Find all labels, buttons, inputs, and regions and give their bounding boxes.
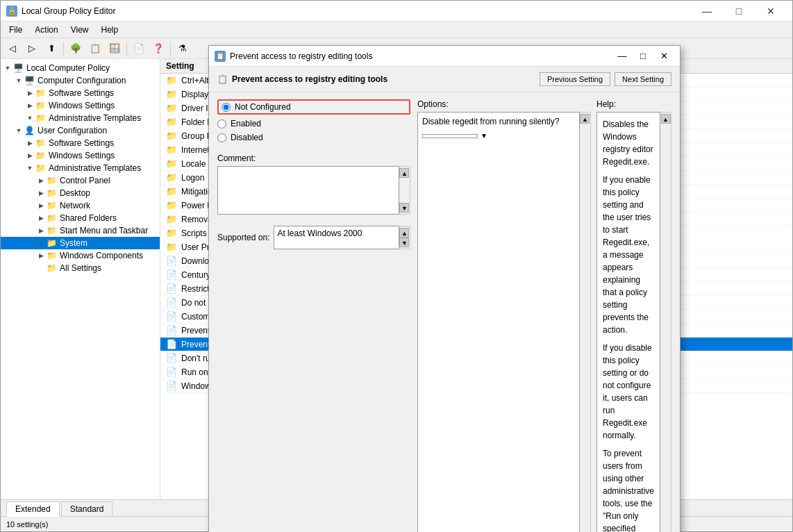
tree-item-windows-components[interactable]: ▶ 📁 Windows Components	[1, 249, 160, 262]
properties-button[interactable]: 📋	[86, 40, 104, 57]
options-scroll-up: ▲	[580, 114, 590, 124]
tree-item-system[interactable]: ▼ 📁 System	[1, 237, 160, 249]
list-icon: 📁	[166, 103, 177, 113]
maximize-button[interactable]: □	[723, 1, 755, 22]
tree-label-network: Network	[60, 201, 90, 210]
minimize-button[interactable]: —	[691, 1, 723, 22]
supported-scroll-down: ▼	[399, 238, 409, 247]
tree-item-start-menu[interactable]: ▶ 📁 Start Menu and Taskbar	[1, 224, 160, 237]
dropdown-box[interactable]	[422, 134, 478, 138]
supported-label: Supported on:	[217, 233, 269, 242]
tree-item-software-settings-2[interactable]: ▶ 📁 Software Settings	[1, 137, 160, 149]
radio-group: Not Configured Enabled Disabled	[217, 99, 410, 142]
dropdown-arrow-icon[interactable]: ▼	[481, 132, 487, 140]
help-toolbar-button[interactable]: ❓	[149, 40, 167, 57]
dialog-controls: — □ ✕	[612, 47, 674, 66]
tree-item-computer-config[interactable]: ▼ 🖥️ Computer Configuration	[1, 74, 160, 87]
new-window-button[interactable]: 🪟	[106, 40, 124, 57]
menu-view[interactable]: View	[65, 24, 94, 36]
options-dropdown: ▼	[422, 132, 575, 140]
tab-standard[interactable]: Standard	[61, 501, 113, 516]
radio-not-configured-input[interactable]	[222, 103, 231, 112]
up-button[interactable]: ⬆	[42, 40, 60, 57]
help-text-1: Disables the Windows registry editor Reg…	[603, 118, 654, 168]
comment-section: Comment: ▲ ▼	[217, 153, 410, 215]
dialog-left-panel: Not Configured Enabled Disabled Com	[217, 99, 410, 532]
export-button[interactable]: 📄	[130, 40, 148, 57]
status-text: 10 setting(s)	[6, 520, 49, 529]
list-icon: 📁	[166, 214, 177, 224]
help-scroll-up: ▲	[661, 114, 671, 124]
menu-action[interactable]: Action	[29, 24, 63, 36]
toolbar-sep-3	[170, 42, 171, 56]
radio-disabled[interactable]: Disabled	[217, 133, 410, 142]
list-icon: 📄	[166, 367, 177, 377]
list-icon: 📁	[166, 200, 177, 210]
tree-label-system: System	[60, 238, 87, 248]
dialog-nav-buttons: Previous Setting Next Setting	[540, 72, 671, 86]
close-button[interactable]: ✕	[755, 1, 787, 22]
filter-button[interactable]: ⚗	[174, 40, 192, 57]
tree-root[interactable]: ▼ 🖥️ Local Computer Policy	[1, 62, 160, 74]
tree-panel: ▼ 🖥️ Local Computer Policy ▼ 🖥️ Computer…	[1, 59, 160, 499]
tab-extended[interactable]: Extended	[6, 501, 60, 517]
dialog-setting-icon: 📋	[217, 74, 228, 84]
help-text-3: If you disable this policy setting or do…	[603, 342, 654, 442]
tree-item-network[interactable]: ▶ 📁 Network	[1, 199, 160, 212]
radio-enabled-label: Enabled	[231, 119, 261, 128]
menu-help[interactable]: Help	[96, 24, 124, 36]
options-section: Options: Disable regedit from running si…	[417, 99, 591, 532]
tree-label-computer-config: Computer Configuration	[37, 76, 126, 85]
tree-item-windows-settings-2[interactable]: ▶ 📁 Windows Settings	[1, 149, 160, 162]
list-icon: 📁	[166, 228, 177, 238]
radio-not-configured[interactable]: Not Configured	[217, 99, 410, 115]
menu-file[interactable]: File	[3, 24, 28, 36]
radio-enabled[interactable]: Enabled	[217, 119, 410, 128]
tree-item-windows-settings-1[interactable]: ▶ 📁 Windows Settings	[1, 99, 160, 112]
tree-item-software-settings-1[interactable]: ▶ 📁 Software Settings	[1, 87, 160, 99]
previous-setting-button[interactable]: Previous Setting	[540, 72, 610, 86]
list-icon: 📄	[166, 325, 177, 335]
list-icon: 📄	[166, 353, 177, 363]
tree-label-software-settings-2: Software Settings	[49, 138, 114, 148]
app-icon: 🔒	[6, 6, 17, 17]
list-icon: 📁	[166, 75, 177, 85]
back-button[interactable]: ◁	[3, 40, 22, 57]
list-icon: 📄	[166, 269, 177, 280]
tree-item-control-panel[interactable]: ▶ 📁 Control Panel	[1, 174, 160, 187]
dialog-right-panel: Options: Disable regedit from running si…	[417, 99, 671, 532]
radio-not-configured-label: Not Configured	[235, 102, 291, 112]
supported-section: Supported on: At least Windows 2000 ▲ ▼	[217, 226, 410, 249]
options-question: Disable regedit from running silently?	[422, 117, 575, 126]
supported-value: At least Windows 2000	[274, 226, 399, 249]
list-icon: 📄	[166, 283, 177, 294]
dialog-setting-title: 📋 Prevent access to registry editing too…	[217, 74, 387, 84]
comment-textarea[interactable]	[217, 166, 399, 215]
dialog-maximize-button[interactable]: □	[633, 47, 653, 66]
radio-disabled-input[interactable]	[217, 133, 226, 142]
tree-label-start-menu: Start Menu and Taskbar	[60, 226, 148, 235]
radio-disabled-label: Disabled	[231, 133, 263, 142]
help-content: Disables the Windows registry editor Reg…	[596, 112, 660, 532]
dialog-minimize-button[interactable]: —	[612, 47, 633, 66]
radio-enabled-input[interactable]	[217, 119, 226, 128]
list-icon: 📄	[166, 256, 177, 266]
tree-item-all-settings[interactable]: 📁 All Settings	[1, 262, 160, 274]
tree-item-user-config[interactable]: ▼ 👤 User Configuration	[1, 124, 160, 137]
tree-item-admin-templates-2[interactable]: ▼ 📁 Administrative Templates	[1, 162, 160, 174]
tree-item-admin-templates-1[interactable]: ▼ 📁 Administrative Templates	[1, 112, 160, 124]
window-title: Local Group Policy Editor	[22, 6, 115, 16]
tree-label-shared-folders: Shared Folders	[60, 213, 117, 223]
next-setting-button[interactable]: Next Setting	[615, 72, 671, 86]
comment-scroll-down: ▼	[399, 203, 409, 213]
forward-button[interactable]: ▷	[23, 40, 41, 57]
dialog-close-button[interactable]: ✕	[653, 47, 674, 66]
help-label: Help:	[596, 99, 671, 109]
supported-scroll-up: ▲	[399, 228, 409, 238]
list-icon: 📁	[166, 158, 177, 169]
show-hide-tree-button[interactable]: 🌳	[67, 40, 85, 57]
tree-label-user-config: User Configuration	[37, 126, 107, 135]
tree-item-shared-folders[interactable]: ▶ 📁 Shared Folders	[1, 212, 160, 224]
tree-item-desktop[interactable]: ▶ 📁 Desktop	[1, 187, 160, 199]
toolbar-sep-1	[63, 42, 64, 56]
